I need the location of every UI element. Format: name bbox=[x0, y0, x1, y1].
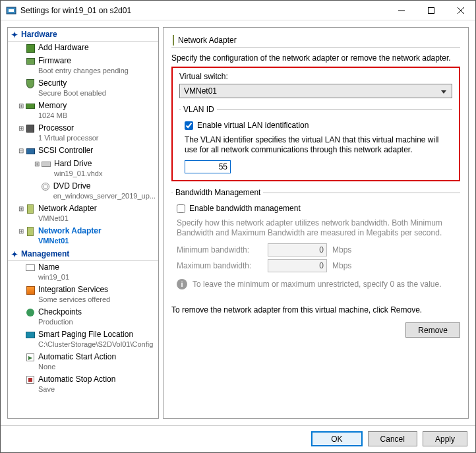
name-icon bbox=[25, 262, 36, 273]
pane-title: Network Adapter bbox=[178, 36, 237, 45]
expand-icon[interactable]: ⊞ bbox=[33, 159, 41, 179]
highlight-region: Virtual switch: VMNet01 VLAN ID Enable v… bbox=[171, 67, 460, 181]
sidebar-item-nic-1[interactable]: ⊞ Network AdapterVMNet01 bbox=[8, 202, 158, 225]
sidebar-item-hard-drive[interactable]: ⊞ Hard Drivewin19_01.vhdx bbox=[8, 158, 158, 180]
dialog-footer: OK Cancel Apply bbox=[1, 425, 475, 452]
bandwidth-group-label: Bandwidth Management bbox=[173, 188, 263, 197]
virtual-switch-value: VMNet01 bbox=[184, 86, 217, 96]
bandwidth-help-text: Specify how this network adapter utilize… bbox=[177, 218, 455, 238]
min-bandwidth-input bbox=[268, 243, 327, 257]
firmware-icon bbox=[25, 56, 36, 67]
start-action-icon bbox=[25, 352, 36, 363]
sidebar-item-security[interactable]: SecuritySecure Boot enabled bbox=[8, 77, 158, 100]
section-management-label: Management bbox=[21, 249, 69, 258]
section-management[interactable]: ✦ Management bbox=[8, 247, 158, 261]
sidebar-item-auto-stop[interactable]: Automatic Stop ActionSave bbox=[8, 373, 158, 396]
maximize-button[interactable] bbox=[416, 1, 446, 20]
sidebar-item-add-hardware[interactable]: Add Hardware bbox=[8, 42, 158, 55]
pane-description: Specify the configuration of the network… bbox=[171, 53, 460, 63]
vlan-group: VLAN ID Enable virtual LAN identificatio… bbox=[179, 105, 452, 173]
add-hardware-label: Add Hardware bbox=[38, 43, 89, 53]
dvd-icon bbox=[40, 181, 51, 192]
vlan-id-input[interactable] bbox=[185, 160, 231, 173]
scsi-icon bbox=[25, 146, 36, 156]
min-bandwidth-label: Minimum bandwidth: bbox=[177, 245, 262, 255]
app-icon bbox=[6, 5, 16, 16]
nic-icon bbox=[25, 204, 36, 214]
expand-icon[interactable]: ⊞ bbox=[17, 101, 25, 121]
virtual-switch-dropdown[interactable]: VMNet01 bbox=[179, 84, 452, 98]
svg-rect-1 bbox=[9, 9, 14, 12]
expand-icon[interactable]: ⊞ bbox=[17, 123, 25, 143]
sidebar-item-checkpoints[interactable]: CheckpointsProduction bbox=[8, 306, 158, 328]
sidebar-item-processor[interactable]: ⊞ Processor1 Virtual processor bbox=[8, 122, 158, 144]
hard-drive-icon bbox=[41, 159, 51, 169]
bandwidth-unit: Mbps bbox=[332, 245, 351, 255]
svg-rect-3 bbox=[428, 7, 434, 13]
max-bandwidth-input bbox=[268, 259, 327, 272]
expand-icon[interactable]: ⊞ bbox=[17, 204, 25, 224]
window-title: Settings for win19_01 on s2d01 bbox=[20, 6, 386, 15]
sidebar-item-name[interactable]: Namewin19_01 bbox=[8, 261, 158, 284]
checkpoint-icon bbox=[25, 307, 36, 318]
remove-button[interactable]: Remove bbox=[405, 322, 460, 338]
remove-help-text: To remove the network adapter from this … bbox=[171, 305, 460, 315]
settings-tree[interactable]: ✦ Hardware Add Hardware FirmwareBoot ent… bbox=[7, 27, 159, 419]
vlan-help-text: The VLAN identifier specifies the virtua… bbox=[185, 135, 447, 155]
detail-pane: Network Adapter Specify the configuratio… bbox=[163, 27, 469, 419]
sidebar-item-auto-start[interactable]: Automatic Start ActionNone bbox=[8, 351, 158, 373]
bandwidth-enable-label: Enable bandwidth management bbox=[189, 204, 301, 213]
vlan-enable-label: Enable virtual LAN identification bbox=[197, 121, 309, 130]
close-button[interactable] bbox=[446, 1, 475, 20]
sidebar-item-nic-2[interactable]: ⊞ Network AdapterVMNet01 bbox=[8, 225, 158, 247]
shield-icon bbox=[25, 78, 36, 89]
collapse-icon: ✦ bbox=[11, 250, 18, 259]
sidebar-item-scsi[interactable]: ⊟ SCSI Controller bbox=[8, 144, 158, 158]
integration-icon bbox=[25, 285, 36, 295]
memory-icon bbox=[25, 101, 36, 111]
processor-icon bbox=[25, 123, 36, 134]
sidebar-item-dvd-drive[interactable]: DVD Driveen_windows_server_2019_up... bbox=[8, 180, 158, 202]
vlan-enable-checkbox[interactable] bbox=[185, 121, 193, 130]
section-hardware-label: Hardware bbox=[21, 30, 57, 39]
max-bandwidth-label: Maximum bandwidth: bbox=[177, 261, 262, 270]
sidebar-item-memory[interactable]: ⊞ Memory1024 MB bbox=[8, 100, 158, 122]
info-icon: i bbox=[177, 279, 187, 289]
titlebar: Settings for win19_01 on s2d01 bbox=[1, 1, 475, 20]
section-hardware[interactable]: ✦ Hardware bbox=[8, 28, 158, 42]
collapse-icon: ✦ bbox=[11, 30, 18, 40]
stop-action-icon bbox=[25, 375, 36, 385]
apply-button[interactable]: Apply bbox=[423, 431, 467, 446]
smart-paging-icon bbox=[25, 330, 36, 340]
nic-icon bbox=[173, 36, 174, 45]
expand-icon[interactable]: ⊞ bbox=[17, 226, 25, 246]
ok-button[interactable]: OK bbox=[311, 431, 362, 446]
bandwidth-unit: Mbps bbox=[332, 261, 351, 270]
sidebar-item-smart-paging[interactable]: Smart Paging File LocationC:\ClusterStor… bbox=[8, 328, 158, 351]
sidebar-item-integration[interactable]: Integration ServicesSome services offere… bbox=[8, 284, 158, 306]
bandwidth-enable-checkbox[interactable] bbox=[177, 204, 185, 213]
sidebar-item-firmware[interactable]: FirmwareBoot entry changes pending bbox=[8, 55, 158, 77]
nic-icon bbox=[25, 226, 36, 237]
cancel-button[interactable]: Cancel bbox=[368, 431, 417, 446]
vlan-group-label: VLAN ID bbox=[181, 105, 217, 114]
collapse-icon[interactable]: ⊟ bbox=[17, 146, 25, 156]
add-hardware-icon bbox=[25, 43, 36, 53]
bandwidth-info-text: To leave the minimum or maximum unrestri… bbox=[193, 280, 441, 289]
bandwidth-group: Bandwidth Management Enable bandwidth ma… bbox=[171, 188, 460, 296]
minimize-button[interactable] bbox=[386, 1, 416, 20]
virtual-switch-label: Virtual switch: bbox=[179, 72, 452, 81]
